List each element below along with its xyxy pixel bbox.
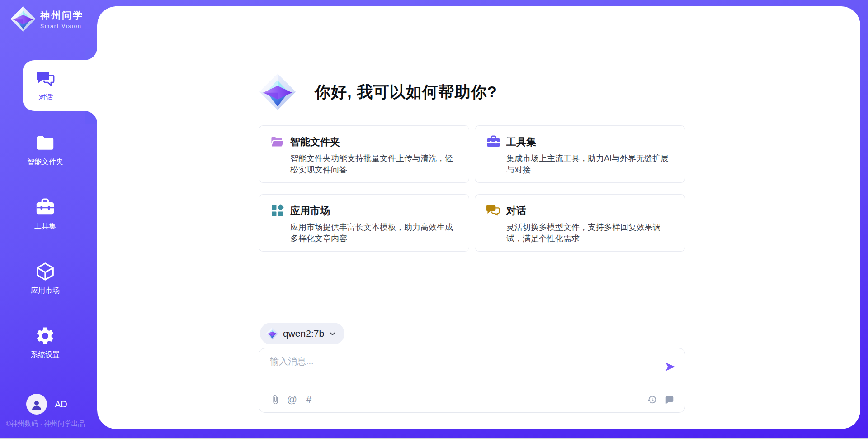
- history-button[interactable]: [646, 394, 657, 405]
- model-selector[interactable]: qwen2:7b: [260, 323, 344, 344]
- diamond-logo-icon: [259, 73, 297, 111]
- brand-subtitle: Smart Vision: [40, 23, 84, 29]
- card-chat[interactable]: 对话 灵活切换多模型文件，支持多样回复效果调试，满足个性化需求: [475, 194, 685, 252]
- brand-logo: 神州问学 Smart Vision: [10, 6, 84, 32]
- apps-grid-icon: [270, 203, 285, 218]
- sidebar-item-label: 系统设置: [31, 350, 60, 360]
- mention-button[interactable]: @: [287, 394, 297, 405]
- folder-open-icon: [270, 134, 285, 149]
- composer-toolbar: @ #: [270, 392, 675, 407]
- sidebar-item-label: 智能文件夹: [27, 157, 63, 167]
- message-input[interactable]: [270, 355, 654, 382]
- card-title: 应用市场: [290, 204, 330, 218]
- card-description: 集成市场上主流工具，助力AI与外界无缝扩展与对接: [506, 153, 676, 176]
- feature-cards-grid: 智能文件夹 智能文件夹功能支持批量文件上传与清洗，轻松实现文件问答 工具集 集成…: [259, 125, 685, 252]
- brand-name: 神州问学: [40, 9, 84, 22]
- person-icon: [30, 398, 43, 412]
- main-content-panel: 你好, 我可以如何帮助你? 智能文件夹 智能文件夹功能支持批量文件上传与清洗，轻…: [97, 6, 860, 429]
- briefcase-icon: [35, 197, 56, 218]
- gear-icon: [35, 325, 56, 346]
- diamond-logo-icon: [266, 327, 278, 340]
- copyright-text: ©神州数码 · 神州问学出品: [6, 420, 85, 428]
- sidebar-item-label: 工具集: [34, 222, 56, 231]
- card-description: 应用市场提供丰富长文本模板，助力高效生成多样化文章内容: [290, 222, 460, 244]
- history-icon: [647, 395, 657, 405]
- cube-icon: [35, 261, 56, 282]
- card-description: 智能文件夹功能支持批量文件上传与清洗，轻松实现文件问答: [290, 153, 460, 176]
- card-toolset[interactable]: 工具集 集成市场上主流工具，助力AI与外界无缝扩展与对接: [475, 125, 685, 183]
- active-tab-fillet-top: [85, 48, 97, 60]
- user-name: AD: [55, 399, 67, 410]
- greeting-row: 你好, 我可以如何帮助你?: [259, 73, 497, 111]
- avatar: [26, 394, 47, 415]
- comment-icon: [665, 395, 675, 405]
- hash-button[interactable]: #: [303, 394, 314, 405]
- diamond-logo-icon: [10, 6, 36, 32]
- sidebar-item-label: 对话: [39, 93, 53, 102]
- chat-home-content: 你好, 我可以如何帮助你? 智能文件夹 智能文件夹功能支持批量文件上传与清洗，轻…: [259, 6, 685, 429]
- card-title: 智能文件夹: [290, 135, 340, 149]
- sidebar-item-chat[interactable]: 对话: [23, 60, 97, 111]
- chat-bubbles-icon: [486, 203, 501, 218]
- greeting-title: 你好, 我可以如何帮助你?: [315, 81, 497, 103]
- comment-button[interactable]: [664, 394, 675, 405]
- user-account[interactable]: AD: [26, 394, 67, 415]
- chat-bubbles-icon: [36, 69, 56, 89]
- chevron-down-icon: [329, 330, 336, 338]
- model-name: qwen2:7b: [283, 328, 324, 339]
- send-icon: [664, 361, 676, 373]
- sidebar-item-settings[interactable]: 系统设置: [0, 317, 90, 368]
- folder-icon: [35, 133, 56, 153]
- sidebar-item-toolset[interactable]: 工具集: [0, 189, 90, 239]
- send-button[interactable]: [664, 361, 676, 373]
- attach-icon: [270, 395, 280, 405]
- active-tab-fillet-bottom: [85, 111, 97, 124]
- card-title: 对话: [506, 204, 526, 218]
- card-smart-folder[interactable]: 智能文件夹 智能文件夹功能支持批量文件上传与清洗，轻松实现文件问答: [259, 125, 469, 183]
- card-app-market[interactable]: 应用市场 应用市场提供丰富长文本模板，助力高效生成多样化文章内容: [259, 194, 469, 252]
- card-description: 灵活切换多模型文件，支持多样回复效果调试，满足个性化需求: [506, 222, 676, 244]
- briefcase-icon: [486, 134, 501, 149]
- message-composer: @ #: [259, 348, 685, 413]
- card-title: 工具集: [506, 135, 536, 149]
- sidebar-item-label: 应用市场: [31, 286, 60, 296]
- composer-divider: [269, 387, 675, 387]
- sidebar: 神州问学 Smart Vision 对话 智能文件夹 工具集 应用市场 系统设置…: [0, 0, 97, 439]
- sidebar-item-smart-folder[interactable]: 智能文件夹: [0, 124, 90, 175]
- attach-button[interactable]: [270, 394, 281, 405]
- sidebar-item-app-market[interactable]: 应用市场: [0, 253, 90, 304]
